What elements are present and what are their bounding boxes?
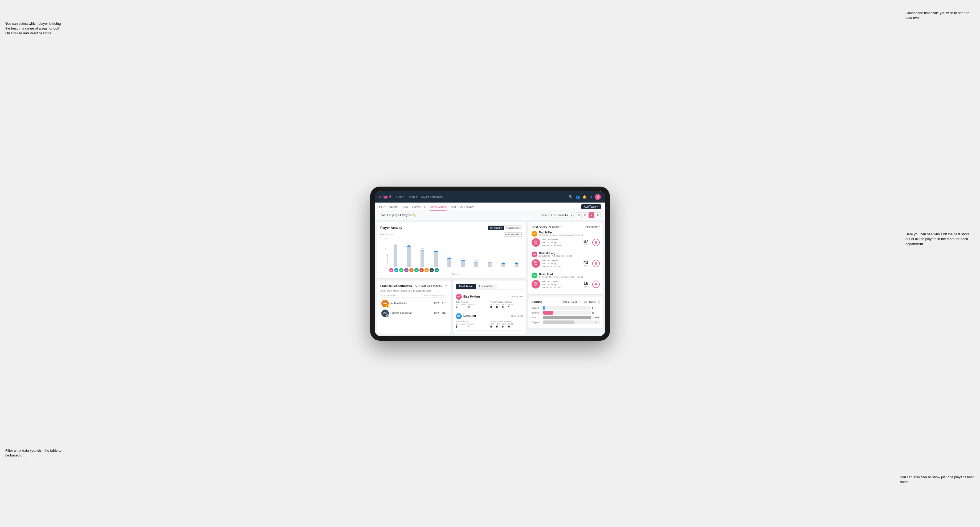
heart-view-button[interactable]: ♥ bbox=[589, 213, 594, 218]
activity-player-row: RB Rees Britt 02 Sep 2023 bbox=[456, 313, 523, 319]
practice-val: 4 bbox=[468, 325, 474, 328]
shot-player-row: BM Blair McHarg 23 Jul 2023 · Ashridge G… bbox=[531, 252, 600, 257]
users-icon[interactable]: 👥 bbox=[576, 195, 580, 199]
sub-nav-team-clippd[interactable]: Team Clippd bbox=[430, 204, 446, 211]
practice-drills-toggle[interactable]: Practice Drills bbox=[504, 226, 523, 230]
birdies-label: Birdies bbox=[531, 311, 542, 314]
bell-icon[interactable]: 🔔 bbox=[582, 195, 587, 199]
bar-highlight bbox=[488, 262, 492, 262]
tablet-frame: clippd Home Teams My Performance 🔍 👥 🔔 ⊕… bbox=[370, 187, 610, 341]
leaderboard-row: RB 1 Richard Butler 19/20 110 bbox=[380, 298, 447, 308]
players-dropdown-wrapper[interactable]: All Players bbox=[583, 300, 600, 304]
shot-player-info: Blair McHarg 23 Jul 2023 · Ashridge GC, … bbox=[539, 252, 597, 257]
top-nav: clippd Home Teams My Performance 🔍 👥 🔔 ⊕… bbox=[375, 191, 605, 203]
par-dropdown-wrapper[interactable]: Par 3, 4 & 5s Par 3s Par 4s Par 5s bbox=[562, 300, 581, 304]
shot-player-meta: 09 Jun 2023 · Royal North Devon GC, Hole… bbox=[539, 234, 597, 237]
shot-chevron-icon[interactable]: › bbox=[598, 273, 600, 278]
activity-player-row: BM Blair McHarg 26 Aug 2023 bbox=[456, 294, 523, 300]
time-dropdown[interactable]: Last 3 months Last month Last 6 months L… bbox=[549, 213, 574, 217]
most-active-tab[interactable]: Most Active bbox=[456, 284, 476, 289]
all-shots-dropdown[interactable]: All Shots ▾ bbox=[548, 225, 560, 229]
least-active-tab[interactable]: Least Active bbox=[476, 284, 497, 289]
bar-value-label: 3 bbox=[489, 260, 490, 261]
scoring-card: Scoring Par 3, 4 & 5s Par 3s Par 4s Par … bbox=[528, 297, 603, 329]
tournament-val: 8 bbox=[456, 325, 466, 328]
bar-avatar: BM bbox=[389, 268, 393, 272]
shot-player-row: DF David Ford 24 Aug 2023 · Royal North … bbox=[531, 273, 600, 278]
bar-value-label: 13 bbox=[395, 243, 396, 244]
player-activity-card: Player Activity On Course Practice Drill… bbox=[377, 222, 526, 278]
leaderboard-dropdown[interactable]: PUTT Must Make Putting ... bbox=[412, 284, 447, 288]
bar-group: 5 bbox=[443, 256, 456, 267]
practice-activities-group: Total Practice Activities GTT0 APP0 ARG0… bbox=[490, 320, 523, 328]
practice-val: 6 bbox=[468, 306, 474, 309]
bar-highlight bbox=[420, 250, 424, 251]
gtt-label: GTT bbox=[490, 323, 494, 325]
shot-player-meta: 24 Aug 2023 · Royal North Devon GC, Hole… bbox=[539, 276, 597, 278]
activity-date: 26 Aug 2023 bbox=[511, 295, 523, 298]
avatar[interactable]: U bbox=[595, 194, 601, 200]
shot-details: 200SG Shot Dist: 43 ydsStart Lie: RoughE… bbox=[531, 259, 600, 268]
shot-player-row: MM Matt Miller 09 Jun 2023 · Royal North… bbox=[531, 231, 600, 237]
scoring-players-dropdown[interactable]: All Players bbox=[583, 300, 600, 304]
brand-logo: clippd bbox=[379, 195, 391, 199]
grid-view-button[interactable]: ⊞ bbox=[576, 213, 582, 218]
sub-nav-pgat[interactable]: PGAT Players bbox=[379, 204, 398, 211]
leaderboard-dropdown-wrapper[interactable]: PUTT Must Make Putting ... bbox=[412, 284, 447, 288]
nav-item-teams[interactable]: Teams bbox=[409, 194, 417, 200]
bar-value-label: 5 bbox=[449, 256, 450, 258]
nav-item-performance[interactable]: My Performance bbox=[421, 194, 443, 200]
players-dropdown-arrow: ▾ bbox=[599, 226, 600, 228]
bar-group: 13 bbox=[389, 243, 402, 267]
total-rounds-label: Total Rounds bbox=[456, 320, 488, 322]
pars-count: 499 bbox=[595, 316, 599, 319]
shot-item: MM Matt Miller 09 Jun 2023 · Royal North… bbox=[531, 229, 600, 250]
bar bbox=[407, 246, 410, 267]
bar-avatar: MM bbox=[425, 268, 429, 272]
shot-yds-value: 16 bbox=[581, 281, 591, 286]
nav-item-home[interactable]: Home bbox=[396, 194, 404, 200]
sort-view-button[interactable]: ⇅ bbox=[595, 213, 601, 218]
chart-dropdown-wrapper[interactable]: Total Rounds Fairways Hit GIR bbox=[504, 232, 523, 237]
sub-nav-tour[interactable]: Tour bbox=[450, 204, 456, 211]
sub-nav-all-players[interactable]: All Players bbox=[460, 204, 474, 211]
tablet-screen: clippd Home Teams My Performance 🔍 👥 🔔 ⊕… bbox=[375, 191, 605, 336]
y-axis-title: Total Rounds bbox=[387, 253, 388, 264]
birdies-bar-track bbox=[543, 311, 591, 314]
par-dropdown[interactable]: Par 3, 4 & 5s Par 3s Par 4s Par 5s bbox=[562, 300, 581, 304]
show-label: Show: bbox=[540, 214, 548, 217]
right-column: Best Shots All Shots ▾ All Players ▾ bbox=[528, 222, 603, 334]
activity-player-block: RB Rees Britt 02 Sep 2023 Total Rounds T… bbox=[456, 311, 523, 330]
all-players-dropdown[interactable]: All Players ▾ bbox=[585, 225, 600, 229]
shot-chevron-icon[interactable]: › bbox=[598, 252, 600, 257]
bar-group: 12 bbox=[402, 244, 415, 267]
rounds-values: Tournament 8 Practice 4 bbox=[456, 323, 488, 328]
search-icon[interactable]: 🔍 bbox=[568, 195, 573, 199]
player-name: Edward Crossman bbox=[390, 312, 432, 314]
chart-metric-dropdown[interactable]: Total Rounds Fairways Hit GIR bbox=[504, 232, 523, 237]
shot-item: BM Blair McHarg 23 Jul 2023 · Ashridge G… bbox=[531, 249, 600, 270]
col-player-name: PLAYER NAME bbox=[381, 294, 424, 297]
shot-chevron-icon[interactable]: › bbox=[598, 232, 600, 236]
putt-val: 1 bbox=[508, 306, 513, 309]
pars-bar-fill: 499 bbox=[543, 316, 591, 319]
practice-activities-label: Total Practice Activities bbox=[490, 320, 523, 322]
sub-nav-hcaps[interactable]: Hcaps 1-5 bbox=[412, 204, 426, 211]
bar-avatar: BB bbox=[394, 268, 398, 272]
shot-player-name: David Ford bbox=[539, 273, 597, 276]
time-select-wrapper[interactable]: Last 3 months Last month Last 6 months L… bbox=[549, 213, 574, 217]
add-team-button[interactable]: Add Team + bbox=[581, 204, 601, 209]
list-view-button[interactable]: ⊟ bbox=[582, 213, 588, 218]
bar-group: 10 bbox=[416, 248, 429, 267]
bar-avatar: GB bbox=[414, 268, 418, 272]
sub-nav-pga[interactable]: PGA bbox=[402, 204, 408, 211]
bar-avatar: RB bbox=[419, 268, 424, 272]
practice-label: Practice bbox=[468, 304, 474, 306]
pb-score: 19/20 bbox=[434, 302, 440, 305]
on-course-toggle[interactable]: On Course bbox=[488, 226, 504, 230]
birdies-count: 96 bbox=[592, 312, 600, 314]
bar-highlight bbox=[501, 263, 505, 264]
shot-player-meta: 23 Jul 2023 · Ashridge GC, Hole 15 bbox=[539, 255, 597, 257]
eagles-bar-fill bbox=[543, 306, 545, 310]
plus-circle-icon[interactable]: ⊕ bbox=[589, 195, 592, 199]
